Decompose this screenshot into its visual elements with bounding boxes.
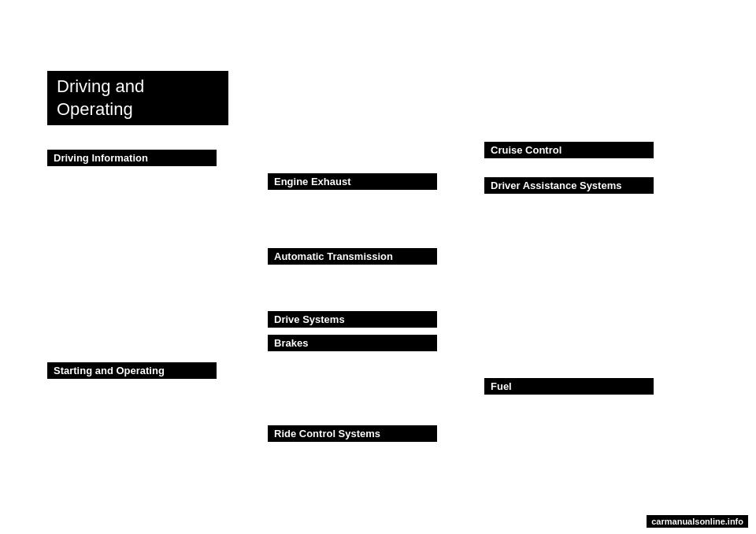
engine-exhaust-block[interactable]: Engine Exhaust: [268, 173, 437, 190]
starting-operating-block[interactable]: Starting and Operating: [47, 362, 217, 379]
cruise-control-label[interactable]: Cruise Control: [484, 142, 654, 158]
driver-assistance-block[interactable]: Driver Assistance Systems: [484, 177, 654, 194]
brakes-label[interactable]: Brakes: [268, 335, 437, 351]
automatic-transmission-label[interactable]: Automatic Transmission: [268, 248, 437, 265]
watermark: carmanualsonline.info: [647, 515, 748, 528]
cruise-control-block[interactable]: Cruise Control: [484, 142, 654, 158]
driver-assistance-label[interactable]: Driver Assistance Systems: [484, 177, 654, 194]
content-area: Driving and Operating Driving Informatio…: [47, 47, 709, 487]
drive-systems-label[interactable]: Drive Systems: [268, 311, 437, 328]
ride-control-label[interactable]: Ride Control Systems: [268, 425, 437, 442]
page-container: Driving and Operating Driving Informatio…: [0, 0, 756, 534]
engine-exhaust-label[interactable]: Engine Exhaust: [268, 173, 437, 190]
fuel-block[interactable]: Fuel: [484, 378, 654, 395]
main-title-block: Driving and Operating: [47, 71, 228, 125]
driving-information-label[interactable]: Driving Information: [47, 150, 217, 166]
starting-operating-label[interactable]: Starting and Operating: [47, 362, 217, 379]
driving-information-block[interactable]: Driving Information: [47, 150, 217, 166]
fuel-label[interactable]: Fuel: [484, 378, 654, 395]
brakes-block[interactable]: Brakes: [268, 335, 437, 351]
drive-systems-block[interactable]: Drive Systems: [268, 311, 437, 328]
main-title-label: Driving and Operating: [47, 71, 228, 125]
ride-control-block[interactable]: Ride Control Systems: [268, 425, 437, 442]
automatic-transmission-block[interactable]: Automatic Transmission: [268, 248, 437, 265]
